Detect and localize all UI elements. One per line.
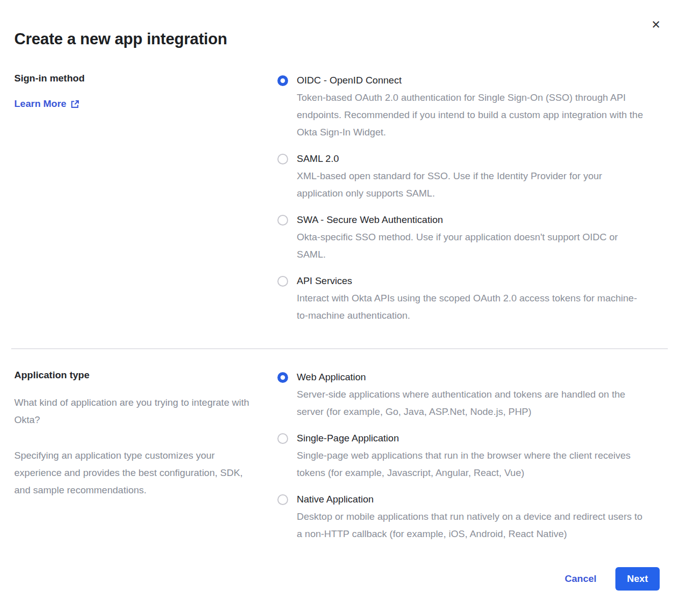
option-body: SAML 2.0 XML-based open standard for SSO… [297,150,644,202]
signin-option-api-services-description: Interact with Okta APIs using the scoped… [297,290,644,324]
signin-option-saml-label[interactable]: SAML 2.0 [297,150,644,167]
radio-swa[interactable] [277,215,288,226]
signin-option-swa-label[interactable]: SWA - Secure Web Authentication [297,211,644,229]
signin-method-left-column: Sign-in method Learn More [14,72,277,109]
radio-saml[interactable] [277,154,288,164]
application-type-explanation: Specifying an application type customize… [14,447,259,499]
page-title: Create a new app integration [14,30,660,49]
signin-method-label: Sign-in method [14,72,277,85]
signin-option-saml-description: XML-based open standard for SSO. Use if … [297,167,644,202]
radio-web-application-selected[interactable] [277,372,288,383]
radio-single-page-application[interactable] [277,433,288,444]
application-type-label: Application type [14,369,277,382]
close-icon[interactable]: ✕ [652,19,661,31]
cancel-button[interactable]: Cancel [565,573,597,584]
application-type-left-column: Application type What kind of applicatio… [14,369,277,499]
radio-oidc-selected[interactable] [277,75,288,86]
apptype-option-web: Web Application Server-side applications… [277,369,644,421]
learn-more-link[interactable]: Learn More [14,98,79,109]
signin-method-options: OIDC - OpenID Connect Token-based OAuth … [277,72,644,324]
option-body: Native Application Desktop or mobile app… [297,491,644,543]
apptype-option-spa-label[interactable]: Single-Page Application [297,430,644,447]
apptype-option-native-label[interactable]: Native Application [297,491,644,508]
radio-api-services[interactable] [277,276,288,287]
signin-option-oidc: OIDC - OpenID Connect Token-based OAuth … [277,72,644,141]
apptype-option-web-label[interactable]: Web Application [297,369,644,386]
signin-option-api-services: API Services Interact with Okta APIs usi… [277,272,644,324]
apptype-option-native: Native Application Desktop or mobile app… [277,491,644,543]
signin-option-oidc-description: Token-based OAuth 2.0 authentication for… [297,89,644,141]
option-body: OIDC - OpenID Connect Token-based OAuth … [297,72,644,141]
dialog-footer: Cancel Next [14,567,660,591]
option-body: Single-Page Application Single-page web … [297,430,644,482]
option-body: API Services Interact with Okta APIs usi… [297,272,644,324]
application-type-question: What kind of application are you trying … [14,394,259,429]
application-type-section: Application type What kind of applicatio… [14,369,660,543]
signin-option-api-services-label[interactable]: API Services [297,272,644,290]
learn-more-label: Learn More [14,98,66,109]
signin-option-saml: SAML 2.0 XML-based open standard for SSO… [277,150,644,202]
section-divider [11,348,668,349]
signin-option-swa: SWA - Secure Web Authentication Okta-spe… [277,211,644,263]
apptype-option-native-description: Desktop or mobile applications that run … [297,508,644,543]
radio-native-application[interactable] [277,494,288,505]
apptype-option-spa: Single-Page Application Single-page web … [277,430,644,482]
apptype-option-spa-description: Single-page web applications that run in… [297,447,644,482]
signin-method-section: Sign-in method Learn More OIDC - OpenID … [14,72,660,324]
option-body: Web Application Server-side applications… [297,369,644,421]
application-type-options: Web Application Server-side applications… [277,369,644,543]
create-app-integration-dialog: ✕ Create a new app integration Sign-in m… [0,30,678,591]
external-link-icon [71,100,79,108]
apptype-option-web-description: Server-side applications where authentic… [297,386,644,421]
signin-option-oidc-label[interactable]: OIDC - OpenID Connect [297,72,644,89]
next-button[interactable]: Next [615,567,660,591]
signin-option-swa-description: Okta-specific SSO method. Use if your ap… [297,229,644,263]
option-body: SWA - Secure Web Authentication Okta-spe… [297,211,644,263]
